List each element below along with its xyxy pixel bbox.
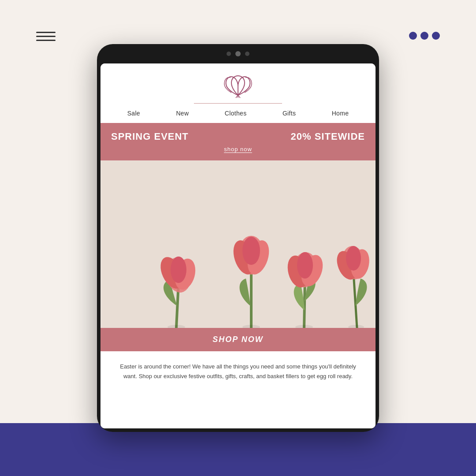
nav-clothes[interactable]: Clothes [225,110,247,117]
tablet-screen: Sale New Clothes Gifts Home SPRING EVENT… [100,63,376,428]
dot-3 [432,32,440,40]
nav-new[interactable]: New [176,110,189,117]
banner-discount: 20% SITEWIDE [291,131,365,142]
description-text: Easter is around the corner! We have all… [100,351,376,428]
promo-banner: SPRING EVENT 20% SITEWIDE shop now [100,123,376,160]
banner-title: SPRING EVENT [111,131,189,142]
svg-point-18 [297,252,313,279]
nav-sale[interactable]: Sale [127,110,140,117]
tulip-illustration [100,160,376,328]
svg-point-13 [242,237,260,265]
hero-image [100,160,376,328]
tablet-device: Sale New Clothes Gifts Home SPRING EVENT… [97,44,379,432]
nav-gifts[interactable]: Gifts [283,110,296,117]
svg-point-8 [171,257,186,283]
logo-icon [223,72,253,99]
banner-row: SPRING EVENT 20% SITEWIDE [111,131,365,142]
dot-2 [420,32,428,40]
camera-dot-center [235,51,241,56]
navigation: Sale New Clothes Gifts Home [100,104,376,123]
dot-1 [409,32,417,40]
dots-menu[interactable] [409,32,440,40]
tablet-camera-bar [97,44,379,63]
store-header [100,63,376,104]
svg-point-23 [346,246,361,271]
nav-home[interactable]: Home [332,110,349,117]
camera-dot-left [227,52,231,56]
hamburger-menu[interactable] [36,32,56,41]
banner-shop-now-link[interactable]: shop now [224,146,252,152]
shop-now-button[interactable]: SHOP NOW [100,328,376,351]
camera-dot-right [245,52,249,56]
